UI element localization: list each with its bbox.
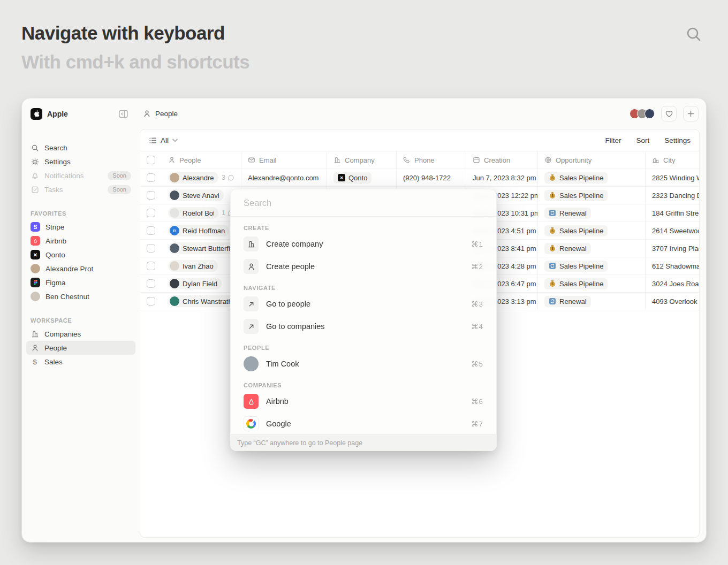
building-icon: [31, 330, 39, 338]
row-checkbox[interactable]: [147, 209, 155, 217]
people-cell: Stewart Butterfield: [162, 240, 241, 257]
select-all-checkbox[interactable]: [147, 156, 155, 164]
sidebar-item-airbnb[interactable]: Airbnb: [26, 234, 135, 248]
city-cell[interactable]: 3707 Irving Place: [645, 240, 700, 257]
palette-item-google[interactable]: Google ⌘7: [244, 413, 483, 435]
person-chip[interactable]: Roelof Botha: [168, 207, 218, 219]
sidebar-item-ben-chestnut[interactable]: Ben Chestnut: [26, 289, 135, 303]
row-checkbox[interactable]: [147, 173, 155, 182]
opportunity-chip[interactable]: Renewal: [544, 208, 591, 219]
opportunity-chip[interactable]: Sales Pipeline: [544, 261, 608, 272]
column-header-company[interactable]: Company: [327, 151, 396, 169]
stripe-logo-icon: S: [31, 222, 40, 232]
column-header-opportunity[interactable]: Opportunity: [537, 151, 645, 169]
city-cell[interactable]: 3024 Joes Road: [645, 275, 700, 292]
row-checkbox[interactable]: [147, 279, 155, 288]
calendar-icon: [473, 156, 480, 164]
city-cell[interactable]: 2825 Winding Way: [645, 169, 700, 186]
person-chip[interactable]: Alexandre Prot: [168, 172, 218, 184]
palette-section-people: PEOPLE: [244, 345, 483, 351]
column-header-city[interactable]: City: [645, 151, 700, 169]
sidebar-item-sales[interactable]: $ Sales: [26, 355, 135, 369]
sidebar-item-people[interactable]: People: [26, 341, 135, 355]
workspace-switcher[interactable]: Apple: [22, 108, 140, 120]
row-checkbox[interactable]: [147, 244, 155, 253]
palette-item-go-to-companies[interactable]: Go to companies ⌘4: [244, 315, 483, 338]
settings-button[interactable]: Settings: [664, 136, 691, 144]
city-cell[interactable]: 2614 Sweetwood: [645, 222, 700, 239]
opportunity-chip[interactable]: $ Sales Pipeline: [544, 225, 608, 236]
creation-cell[interactable]: Jun 7, 2023 8:32 pm: [466, 169, 537, 186]
palette-item-airbnb[interactable]: Airbnb ⌘6: [244, 390, 483, 413]
person-chip[interactable]: Stewart Butterfield: [168, 242, 234, 254]
palette-item-create-company[interactable]: Create company ⌘1: [244, 233, 483, 255]
page-subtitle: With cmd+k and shortcuts: [21, 51, 249, 73]
city-cell[interactable]: 612 Shadowman: [645, 257, 700, 274]
breadcrumb-label: People: [155, 110, 178, 118]
person-chip[interactable]: Steve Anavi: [168, 189, 224, 201]
sidebar-collapse-icon[interactable]: [119, 110, 128, 118]
person-chip[interactable]: Ivan Zhao: [168, 260, 218, 272]
favorite-label: Ben Chestnut: [46, 293, 89, 301]
opportunity-chip[interactable]: $ Sales Pipeline: [544, 172, 608, 184]
column-header-people[interactable]: People: [162, 151, 241, 169]
filter-button[interactable]: Filter: [605, 136, 621, 144]
person-chip[interactable]: Chris Wanstrath: [168, 295, 234, 307]
city-cell[interactable]: 184 Griffin Street: [645, 204, 700, 222]
moneybag-icon: $: [549, 192, 556, 199]
column-header-email[interactable]: Email: [241, 151, 327, 169]
people-cell: Alexandre Prot 3: [162, 169, 241, 186]
sidebar: Search Settings Notifications Soon Tasks…: [22, 129, 140, 542]
opportunity-chip[interactable]: $ Renewal: [544, 243, 591, 254]
shortcut-hint: ⌘5: [471, 360, 483, 368]
moneybag-icon: $: [549, 174, 556, 181]
column-header-creation[interactable]: Creation: [466, 151, 537, 169]
favorite-label: Alexandre Prot: [46, 265, 93, 273]
opportunity-chip[interactable]: Renewal: [544, 296, 591, 307]
sidebar-item-companies[interactable]: Companies: [26, 327, 135, 341]
row-checkbox[interactable]: [147, 191, 155, 200]
sidebar-item-search[interactable]: Search: [26, 141, 135, 155]
table-row[interactable]: Alexandre Prot 3 Alexandre@qonto.com ✕ Q…: [140, 169, 699, 187]
comment-bubble-icon: [228, 174, 234, 181]
palette-search-input[interactable]: [244, 198, 483, 208]
sidebar-item-label: Search: [44, 144, 67, 152]
email-cell[interactable]: Alexandre@qonto.com: [241, 169, 327, 186]
select-all-cell: [140, 151, 162, 169]
sort-button[interactable]: Sort: [636, 136, 649, 144]
palette-item-go-to-people[interactable]: Go to people ⌘3: [244, 293, 483, 315]
avatar: [170, 296, 179, 306]
view-selector[interactable]: All: [149, 136, 178, 144]
breadcrumb[interactable]: People: [143, 110, 178, 118]
sidebar-item-settings[interactable]: Settings: [26, 155, 135, 169]
city-cell[interactable]: 2323 Dancing Dove: [645, 187, 700, 204]
row-checkbox[interactable]: [147, 226, 155, 235]
person-chip[interactable]: Dylan Field: [168, 278, 222, 289]
shortcut-hint: ⌘1: [471, 240, 483, 248]
sidebar-item-stripe[interactable]: S Stripe: [26, 220, 135, 234]
company-chip[interactable]: ✕ Qonto: [333, 172, 371, 184]
svg-text:$: $: [551, 247, 553, 251]
city-cell[interactable]: 4093 Overlook: [645, 293, 700, 310]
column-header-phone[interactable]: Phone: [396, 151, 466, 169]
person-chip[interactable]: R Reid Hoffman: [168, 225, 229, 236]
row-checkbox[interactable]: [147, 262, 155, 270]
sidebar-item-alexandre-prot[interactable]: Alexandre Prot: [26, 262, 135, 276]
phone-cell[interactable]: (920) 948-1722: [396, 169, 466, 186]
palette-item-tim-cook[interactable]: Tim Cook ⌘5: [244, 353, 483, 375]
favorite-label: Airbnb: [46, 237, 66, 245]
collaborator-avatars[interactable]: [630, 109, 655, 119]
svg-text:$: $: [551, 282, 553, 286]
header-actions: [630, 106, 706, 121]
sidebar-item-qonto[interactable]: ✕ Qonto: [26, 248, 135, 262]
person-icon: [168, 156, 176, 164]
palette-item-create-people[interactable]: Create people ⌘2: [244, 255, 483, 278]
search-icon[interactable]: [684, 25, 703, 44]
add-button[interactable]: [683, 106, 699, 121]
sidebar-item-figma[interactable]: Figma: [26, 276, 135, 289]
row-checkbox[interactable]: [147, 297, 155, 306]
favorite-button[interactable]: [661, 106, 677, 121]
opportunity-chip[interactable]: $ Sales Pipeline: [544, 278, 608, 289]
moneybag-icon: $: [549, 245, 556, 252]
opportunity-chip[interactable]: $ Sales Pipeline: [544, 190, 608, 201]
